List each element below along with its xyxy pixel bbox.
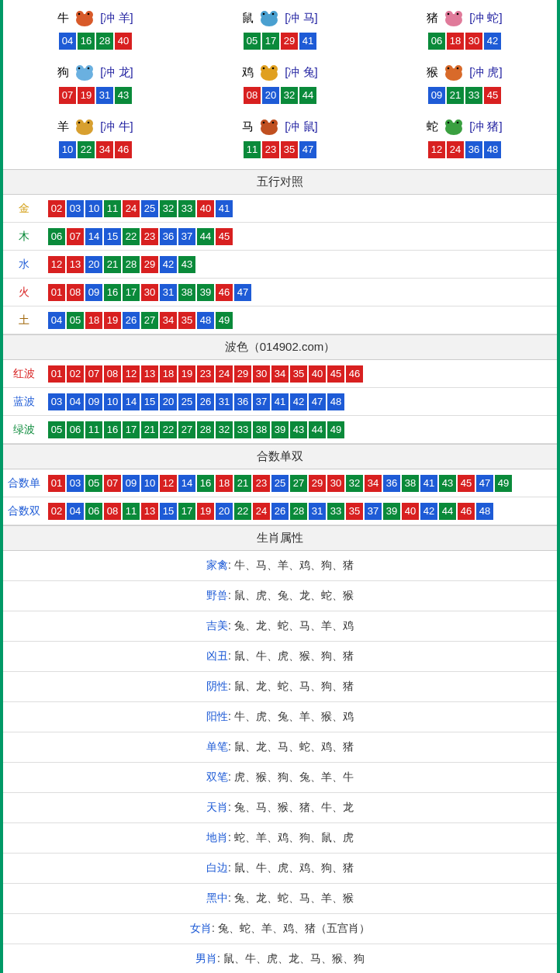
row-label: 木 [3,225,45,248]
attr-sep: : [228,710,234,722]
zodiac-name: 马 [242,119,254,134]
number-ball: 30 [327,475,344,492]
number-ball: 48 [327,393,344,410]
number-ball: 19 [78,87,95,104]
number-ball: 48 [484,141,501,158]
number-ball: 42 [290,393,307,410]
number-ball: 22 [234,503,251,520]
number-ball: 08 [244,87,261,104]
number-ball: 21 [234,475,251,492]
table-row: 土04051819262734354849 [3,306,557,334]
number-ball: 11 [104,200,121,217]
attr-value: 兔、龙、蛇、马、羊、猴 [234,892,354,904]
number-ball: 49 [495,475,512,492]
number-ball: 19 [104,312,121,329]
table-row: 火0108091617303138394647 [3,279,557,306]
number-ball: 39 [383,503,400,520]
number-ball: 04 [59,33,76,50]
number-ball: 23 [262,141,279,158]
number-ball: 47 [309,393,326,410]
zodiac-name: 鸡 [242,65,254,80]
number-ball: 30 [253,365,270,383]
zodiac-header: 羊[冲 牛] [3,116,188,137]
number-ball: 36 [160,228,177,245]
number-ball: 19 [178,365,195,383]
attr-value: 鼠、牛、虎、猴、狗、猪 [234,649,354,662]
number-ball: 44 [309,421,326,438]
number-ball: 38 [253,421,270,438]
svg-point-33 [78,122,81,124]
attr-value: 牛、虎、兔、羊、猴、鸡 [234,710,354,722]
number-ball: 31 [160,284,177,301]
row-balls: 06071415222336374445 [45,223,236,250]
svg-point-28 [448,68,450,70]
attr-label: 吉美 [206,619,228,632]
attr-row: 双笔: 虎、猴、狗、兔、羊、牛 [3,763,557,793]
number-ball: 18 [160,365,177,383]
number-ball: 40 [115,33,132,50]
attr-row: 凶丑: 鼠、牛、虎、猴、狗、猪 [3,642,557,672]
number-ball: 06 [48,228,65,245]
number-ball: 05 [48,421,65,438]
number-ball: 28 [197,421,214,438]
svg-point-23 [263,68,265,70]
section-bose-title: 波色（014902.com） [3,334,557,360]
number-ball: 41 [216,200,233,217]
number-ball: 41 [271,393,289,410]
horse-icon [255,116,283,137]
number-ball: 04 [48,312,65,329]
heshu-table: 合数单0103050709101214161821232527293032343… [3,469,557,525]
attr-row: 野兽: 鼠、虎、兔、龙、蛇、猴 [3,581,557,611]
svg-point-41 [445,119,453,127]
number-ball: 35 [346,503,363,520]
number-ball: 18 [216,475,233,492]
zodiac-balls: 08203244 [188,87,372,104]
row-label: 火 [3,281,45,304]
attr-sep: : [212,922,218,934]
number-ball: 23 [253,475,270,492]
attr-sep: : [228,831,234,843]
number-ball: 48 [476,503,493,520]
zodiac-name: 羊 [57,119,69,134]
zodiac-balls: 09213345 [372,87,557,104]
zodiac-conflict: [冲 蛇] [469,11,503,26]
monkey-icon [440,62,468,82]
number-ball: 36 [234,393,251,410]
number-ball: 29 [234,365,251,383]
zodiac-balls: 06183042 [372,33,557,50]
zodiac-balls: 12243648 [372,141,557,158]
svg-point-18 [78,68,81,70]
attr-sep: : [228,680,234,692]
number-ball: 36 [465,141,482,158]
number-ball: 25 [178,393,195,410]
attr-sep: : [217,952,223,964]
attr-label: 男肖 [195,952,217,964]
number-ball: 35 [178,312,195,329]
attr-label: 黑中 [206,892,228,904]
attr-row: 阴性: 鼠、龙、蛇、马、狗、猪 [3,672,557,702]
number-ball: 46 [458,503,475,520]
number-ball: 05 [244,33,261,50]
number-ball: 01 [48,284,65,301]
svg-point-44 [457,122,459,124]
number-ball: 47 [234,284,251,301]
number-ball: 10 [59,141,76,158]
number-ball: 35 [281,141,298,158]
number-ball: 10 [85,200,102,217]
zodiac-header: 狗[冲 龙] [3,62,188,82]
table-row: 金02031011242532334041 [3,195,557,223]
zodiac-name: 猴 [427,65,438,80]
number-ball: 05 [67,312,84,329]
wuxing-table: 金02031011242532334041木060714152223363744… [3,195,557,334]
number-ball: 23 [141,228,158,245]
number-ball: 37 [365,503,382,520]
svg-point-12 [455,11,462,19]
number-ball: 44 [439,503,456,520]
number-ball: 46 [346,365,363,383]
attr-label: 天肖 [206,801,228,813]
number-ball: 17 [123,284,140,301]
number-ball: 05 [85,475,102,492]
number-ball: 20 [262,87,279,104]
number-ball: 07 [59,87,76,104]
number-ball: 12 [123,365,140,383]
